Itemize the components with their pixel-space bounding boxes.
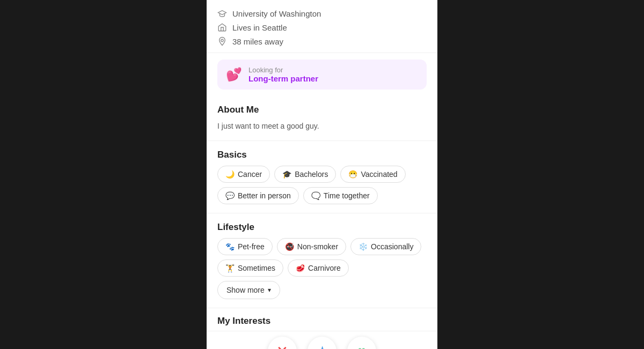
my-interests-title: My Interests — [207, 308, 437, 331]
distance-text: 38 miles away — [232, 37, 283, 46]
occasionally-label: Occasionally — [371, 242, 413, 251]
graduation-icon — [217, 9, 227, 18]
profile-card: University of Washington Lives in Seattl… — [207, 0, 437, 349]
like-button[interactable]: ♥ — [347, 337, 376, 349]
tag-vaccinated: 😷 Vaccinated — [340, 166, 405, 183]
tag-cancer: 🌙 Cancer — [217, 166, 270, 183]
university-row: University of Washington — [217, 9, 427, 18]
info-section: University of Washington Lives in Seattl… — [207, 0, 437, 53]
non-smoker-icon: 🚭 — [285, 242, 294, 251]
basics-section: Basics 🌙 Cancer 🎓 Bachelors 😷 Vaccinated… — [207, 141, 437, 213]
superlike-button[interactable]: ★ — [308, 337, 336, 349]
basics-title: Basics — [217, 150, 427, 160]
lifestyle-title: Lifestyle — [217, 222, 427, 233]
about-me-section: About Me I just want to meet a good guy. — [207, 96, 437, 141]
cancer-label: Cancer — [238, 170, 262, 179]
action-bar: ✕ ★ ♥ — [207, 331, 437, 349]
tag-bachelors: 🎓 Bachelors — [274, 166, 336, 183]
bachelors-icon: 🎓 — [282, 170, 291, 179]
sometimes-label: Sometimes — [238, 264, 275, 272]
show-more-label: Show more — [226, 286, 265, 294]
tag-carnivore: 🥩 Carnivore — [288, 259, 349, 277]
looking-for-emoji: 💕 — [226, 67, 242, 82]
looking-for-banner: 💕 Looking for Long-term partner — [217, 60, 427, 90]
lifestyle-section: Lifestyle 🐾 Pet-free 🚭 Non-smoker ❄️ Occ… — [207, 213, 437, 308]
university-text: University of Washington — [232, 9, 321, 18]
looking-for-value: Long-term partner — [248, 74, 318, 83]
pet-free-label: Pet-free — [238, 242, 265, 251]
vaccinated-label: Vaccinated — [361, 170, 397, 179]
non-smoker-label: Non-smoker — [297, 242, 338, 251]
basics-tags: 🌙 Cancer 🎓 Bachelors 😷 Vaccinated 💬 Bett… — [217, 166, 427, 204]
location-text: Lives in Seattle — [232, 23, 287, 32]
lifestyle-tags: 🐾 Pet-free 🚭 Non-smoker ❄️ Occasionally … — [217, 238, 427, 277]
location-row: Lives in Seattle — [217, 23, 427, 32]
better-in-person-label: Better in person — [238, 191, 291, 200]
star-icon: ★ — [316, 343, 328, 350]
time-together-icon: 🗨️ — [311, 191, 320, 200]
sometimes-icon: 🏋️ — [225, 264, 235, 272]
tag-time-together: 🗨️ Time together — [303, 187, 378, 204]
occasionally-icon: ❄️ — [358, 242, 368, 251]
dislike-button[interactable]: ✕ — [268, 337, 297, 349]
show-more-button[interactable]: Show more ▾ — [217, 281, 280, 299]
looking-for-label: Looking for — [248, 66, 318, 74]
distance-row: 38 miles away — [217, 36, 427, 46]
chevron-down-icon: ▾ — [268, 286, 271, 294]
tag-non-smoker: 🚭 Non-smoker — [277, 238, 346, 255]
location-pin-icon — [217, 36, 227, 46]
looking-for-text-block: Looking for Long-term partner — [248, 66, 318, 83]
x-icon: ✕ — [276, 343, 288, 350]
tag-pet-free: 🐾 Pet-free — [217, 238, 273, 255]
pet-free-icon: 🐾 — [225, 242, 235, 251]
carnivore-icon: 🥩 — [296, 264, 305, 272]
vaccinated-icon: 😷 — [348, 170, 357, 179]
tag-occasionally: ❄️ Occasionally — [350, 238, 421, 255]
heart-icon: ♥ — [357, 343, 365, 350]
carnivore-label: Carnivore — [308, 264, 341, 272]
tag-better-in-person: 💬 Better in person — [217, 187, 299, 204]
better-in-person-icon: 💬 — [225, 191, 235, 200]
home-icon — [217, 23, 227, 32]
about-me-title: About Me — [217, 105, 427, 115]
tag-sometimes: 🏋️ Sometimes — [217, 259, 283, 277]
about-me-text: I just want to meet a good guy. — [217, 121, 427, 132]
bachelors-label: Bachelors — [295, 170, 328, 179]
svg-point-0 — [221, 39, 224, 42]
time-together-label: Time together — [324, 191, 370, 200]
cancer-icon: 🌙 — [225, 170, 235, 179]
